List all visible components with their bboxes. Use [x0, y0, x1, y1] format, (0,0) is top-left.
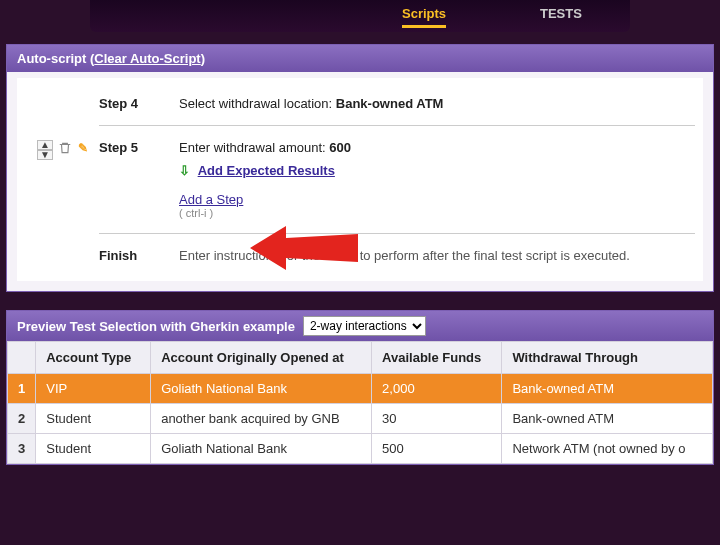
table-cell: Bank-owned ATM — [502, 404, 713, 434]
col-available-funds[interactable]: Available Funds — [372, 342, 502, 374]
auto-script-panel: Auto-script (Clear Auto-Script) Step 4 S… — [6, 44, 714, 292]
row-number: 1 — [8, 374, 36, 404]
divider — [99, 125, 695, 126]
table-cell: 2,000 — [372, 374, 502, 404]
table-cell: Student — [36, 404, 151, 434]
step-5-content: Enter withdrawal amount: 600 ⇩ Add Expec… — [179, 140, 695, 219]
preview-header: Preview Test Selection with Gherkin exam… — [7, 311, 713, 341]
down-arrow-icon: ⇩ — [179, 163, 190, 178]
table-cell: Goliath National Bank — [151, 374, 372, 404]
nav-scripts[interactable]: Scripts — [402, 6, 446, 28]
step-5-text: Enter withdrawal amount: — [179, 140, 329, 155]
step-4-label: Step 4 — [99, 96, 179, 111]
auto-script-title-suffix: ) — [201, 51, 205, 66]
step-4-value: Bank-owned ATM — [336, 96, 444, 111]
table-cell: another bank acquired by GNB — [151, 404, 372, 434]
finish-label: Finish — [99, 248, 179, 263]
row-number: 3 — [8, 434, 36, 464]
add-expected-row: ⇩ Add Expected Results — [179, 163, 695, 178]
table-cell: Bank-owned ATM — [502, 374, 713, 404]
add-step-link[interactable]: Add a Step — [179, 192, 243, 207]
move-down-icon[interactable]: ▼ — [37, 150, 53, 160]
top-nav: Scripts TESTS — [90, 0, 630, 32]
table-row[interactable]: 2Studentanother bank acquired by GNB30Ba… — [8, 404, 713, 434]
row-number: 2 — [8, 404, 36, 434]
preview-table: Account Type Account Originally Opened a… — [7, 341, 713, 464]
table-header-row: Account Type Account Originally Opened a… — [8, 342, 713, 374]
add-expected-results-link[interactable]: Add Expected Results — [198, 163, 335, 178]
table-cell: Student — [36, 434, 151, 464]
table-cell: Goliath National Bank — [151, 434, 372, 464]
auto-script-title-prefix: Auto-script ( — [17, 51, 94, 66]
interactions-select[interactable]: 2-way interactions — [303, 316, 426, 336]
finish-row: Finish Enter instructions for the tester… — [25, 238, 695, 273]
preview-title: Preview Test Selection with Gherkin exam… — [17, 319, 295, 334]
add-step-hint: ( ctrl-i ) — [179, 207, 695, 219]
table-row[interactable]: 1VIPGoliath National Bank2,000Bank-owned… — [8, 374, 713, 404]
clear-auto-script-link[interactable]: Clear Auto-Script — [94, 51, 200, 66]
table-cell: VIP — [36, 374, 151, 404]
step-5-label: Step 5 — [99, 140, 179, 155]
step-5-value: 600 — [329, 140, 351, 155]
pencil-icon[interactable]: ✎ — [75, 140, 91, 156]
table-cell: 500 — [372, 434, 502, 464]
step-5-row: ▲ ▼ ✎ Step 5 Enter withdrawal amount: 60… — [25, 130, 695, 229]
preview-panel: Preview Test Selection with Gherkin exam… — [6, 310, 714, 465]
step-4-row: Step 4 Select withdrawal location: Bank-… — [25, 86, 695, 121]
nav-tests[interactable]: TESTS — [540, 6, 582, 21]
num-header — [8, 342, 36, 374]
add-step-row: Add a Step ( ctrl-i ) — [179, 192, 695, 219]
script-body: Step 4 Select withdrawal location: Bank-… — [17, 78, 703, 281]
divider-2 — [99, 233, 695, 234]
col-account-type[interactable]: Account Type — [36, 342, 151, 374]
trash-icon[interactable] — [57, 140, 73, 156]
auto-script-header: Auto-script (Clear Auto-Script) — [7, 45, 713, 72]
step-4-text: Select withdrawal location: — [179, 96, 336, 111]
table-cell: Network ATM (not owned by o — [502, 434, 713, 464]
table-row[interactable]: 3StudentGoliath National Bank500Network … — [8, 434, 713, 464]
finish-text: Enter instructions for the tester to per… — [179, 248, 695, 263]
col-account-opened[interactable]: Account Originally Opened at — [151, 342, 372, 374]
step-4-content: Select withdrawal location: Bank-owned A… — [179, 96, 695, 111]
col-withdrawal-through[interactable]: Withdrawal Through — [502, 342, 713, 374]
table-cell: 30 — [372, 404, 502, 434]
